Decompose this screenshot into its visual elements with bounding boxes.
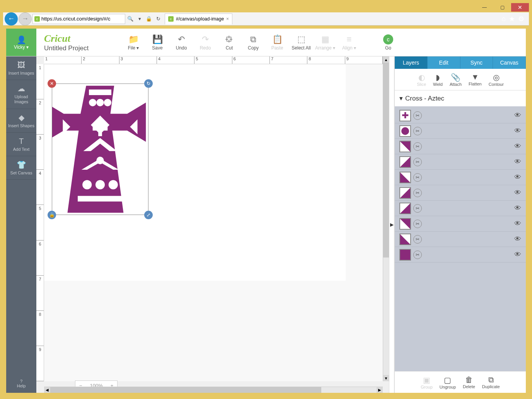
- layer-row[interactable]: ✂👁: [395, 123, 526, 139]
- tab-canvas[interactable]: Canvas: [493, 56, 526, 69]
- layer-swatch[interactable]: [399, 249, 411, 261]
- duplicate-button[interactable]: ⧉Duplicate: [482, 375, 500, 389]
- add-text-button[interactable]: TAdd Text: [6, 133, 36, 156]
- address-bar[interactable]: c https://us.cricut.com/design/#/c: [32, 14, 125, 24]
- favorites-icon[interactable]: ★: [509, 15, 515, 23]
- design-canvas[interactable]: ✕ ↻ 🔒 ⤢: [44, 64, 383, 381]
- lock-handle[interactable]: 🔒: [48, 211, 56, 219]
- scissors-icon[interactable]: ✂: [413, 220, 422, 228]
- select-all-button[interactable]: ⬚Select All: [289, 34, 313, 51]
- scissors-icon[interactable]: ✂: [413, 158, 422, 166]
- attach-button[interactable]: 📎Attach: [450, 73, 462, 87]
- panel-collapse-toggle[interactable]: ▶: [389, 56, 394, 393]
- layer-row[interactable]: ✚✂👁: [395, 108, 526, 123]
- scissors-icon[interactable]: ✂: [413, 235, 422, 244]
- layer-row[interactable]: ✂👁: [395, 154, 526, 170]
- layer-row[interactable]: ✂👁: [395, 216, 526, 232]
- visibility-icon[interactable]: 👁: [514, 220, 521, 228]
- undo-button[interactable]: ↶Undo: [169, 34, 193, 51]
- tab-edit[interactable]: Edit: [428, 56, 460, 69]
- layer-swatch[interactable]: [399, 125, 411, 137]
- go-button[interactable]: cGo: [377, 34, 400, 51]
- minimize-button[interactable]: —: [476, 3, 493, 12]
- layer-swatch[interactable]: [399, 187, 411, 199]
- layer-swatch[interactable]: [399, 141, 411, 152]
- visibility-icon[interactable]: 👁: [514, 111, 521, 119]
- collapse-icon[interactable]: ▾: [399, 94, 403, 102]
- visibility-icon[interactable]: 👁: [514, 204, 521, 212]
- browser-forward-button[interactable]: →: [19, 12, 32, 26]
- project-name[interactable]: Untitled Project: [44, 44, 121, 52]
- layer-swatch[interactable]: ✚: [399, 110, 411, 121]
- tab-layers[interactable]: Layers: [395, 56, 428, 69]
- scissors-icon[interactable]: ✂: [413, 111, 422, 120]
- scissors-icon[interactable]: ✂: [413, 204, 422, 213]
- close-button[interactable]: ✕: [511, 3, 529, 12]
- copy-button[interactable]: ⧉Copy: [241, 34, 265, 51]
- contour-button[interactable]: ◎Contour: [489, 73, 504, 87]
- tab-close-icon[interactable]: ×: [226, 16, 229, 22]
- ungroup-button[interactable]: ▢Ungroup: [440, 375, 456, 389]
- visibility-icon[interactable]: 👁: [514, 127, 521, 135]
- layer-swatch[interactable]: [399, 203, 411, 214]
- visibility-icon[interactable]: 👁: [514, 251, 521, 259]
- ruler-tick: 2: [82, 56, 119, 64]
- layer-swatch[interactable]: [399, 172, 411, 183]
- resize-handle[interactable]: ⤢: [144, 211, 153, 219]
- scissors-icon[interactable]: ✂: [413, 251, 422, 259]
- layer-swatch[interactable]: [399, 218, 411, 230]
- delete-handle[interactable]: ✕: [48, 79, 56, 88]
- scrollbar-horizontal[interactable]: ◀▶: [44, 387, 383, 393]
- upload-images-button[interactable]: ☁Upload Images: [6, 80, 36, 109]
- cut-button[interactable]: ⯐Cut: [217, 34, 241, 51]
- tab-sync[interactable]: Sync: [460, 56, 493, 69]
- layer-swatch[interactable]: [399, 234, 411, 245]
- rotate-handle[interactable]: ↻: [144, 79, 153, 88]
- flatten-button[interactable]: ▼Flatten: [469, 73, 482, 86]
- visibility-icon[interactable]: 👁: [514, 173, 521, 181]
- layer-group-header[interactable]: ▾ Cross - Aztec: [395, 90, 526, 106]
- refresh-icon[interactable]: ↻: [154, 14, 162, 24]
- selected-artwork[interactable]: ✕ ↻ 🔒 ⤢: [52, 84, 148, 215]
- svg-point-3: [104, 99, 111, 106]
- layer-row[interactable]: ✂👁: [395, 232, 526, 247]
- help-button[interactable]: ?Help: [6, 374, 36, 393]
- maximize-button[interactable]: ▢: [493, 3, 511, 12]
- layer-row[interactable]: ✂👁: [395, 247, 526, 263]
- search-dropdown-icon[interactable]: 🔍: [126, 14, 135, 24]
- group-name: Cross - Aztec: [405, 95, 444, 102]
- layer-row[interactable]: ✂👁: [395, 139, 526, 154]
- insert-shapes-button[interactable]: ◆Insert Shapes: [6, 109, 36, 133]
- scissors-icon[interactable]: ✂: [413, 189, 422, 197]
- ruler-tick: 6: [36, 240, 44, 276]
- layer-row[interactable]: ✂👁: [395, 170, 526, 185]
- set-canvas-button[interactable]: 👕Set Canvas: [6, 156, 36, 180]
- go-icon: c: [383, 34, 393, 44]
- layer-row[interactable]: ✂👁: [395, 201, 526, 216]
- browser-tab[interactable]: c #/canvas/upload-image ×: [165, 14, 232, 24]
- visibility-icon[interactable]: 👁: [514, 158, 521, 166]
- save-button[interactable]: 💾Save: [145, 34, 169, 51]
- user-menu[interactable]: 👤 Vicky ▾: [6, 29, 36, 56]
- layer-swatch[interactable]: [399, 156, 411, 168]
- folder-icon: 📁: [128, 34, 139, 44]
- delete-button[interactable]: 🗑Delete: [463, 375, 475, 389]
- browser-back-button[interactable]: ←: [5, 12, 18, 26]
- scissors-icon[interactable]: ✂: [413, 127, 422, 135]
- lock-icon[interactable]: 🔒: [145, 14, 153, 24]
- trash-icon: 🗑: [465, 375, 473, 384]
- tab-favicon-icon: c: [168, 16, 174, 22]
- scrollbar-vertical[interactable]: ▲▼: [383, 56, 389, 381]
- home-icon[interactable]: ⌂: [501, 15, 506, 23]
- dropdown-icon[interactable]: ▾: [135, 14, 144, 24]
- insert-images-button[interactable]: 🖼Insert Images: [6, 56, 36, 80]
- visibility-icon[interactable]: 👁: [514, 235, 521, 243]
- settings-icon[interactable]: ⚙: [518, 15, 524, 23]
- file-menu[interactable]: 📁File ▾: [121, 34, 145, 51]
- scissors-icon[interactable]: ✂: [413, 142, 422, 151]
- layer-row[interactable]: ✂👁: [395, 185, 526, 201]
- scissors-icon[interactable]: ✂: [413, 173, 422, 182]
- visibility-icon[interactable]: 👁: [514, 142, 521, 150]
- weld-button[interactable]: ◗Weld: [433, 73, 443, 87]
- visibility-icon[interactable]: 👁: [514, 189, 521, 197]
